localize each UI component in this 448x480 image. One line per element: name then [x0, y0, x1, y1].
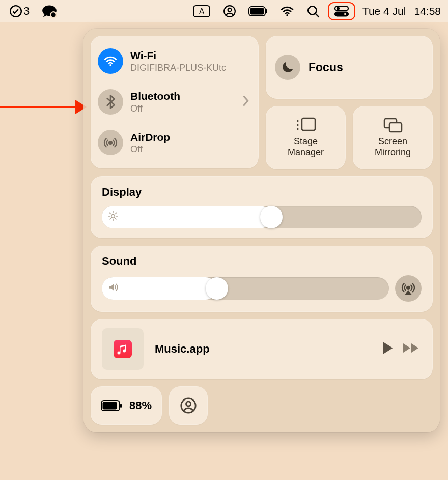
battery-icon [248, 6, 268, 16]
wifi-title: Wi-Fi [130, 49, 226, 62]
screen-mirroring-card[interactable]: ScreenMirroring [353, 106, 433, 169]
chat-menubar-item[interactable] [38, 2, 61, 20]
airdrop-title: AirDrop [130, 130, 170, 144]
sound-title: Sound [102, 255, 422, 268]
svg-point-30 [186, 402, 191, 406]
airplay-audio-icon [401, 281, 415, 296]
stage-manager-icon [295, 117, 317, 133]
bluetooth-item[interactable]: Bluetooth Off [98, 82, 251, 122]
todo-count: 3 [23, 5, 30, 18]
stage-manager-card[interactable]: StageManager [266, 106, 346, 169]
battery-percentage: 88% [129, 399, 152, 412]
speaker-icon [108, 282, 119, 295]
svg-rect-8 [266, 9, 267, 13]
wifi-menubar-item[interactable] [276, 2, 298, 20]
brightness-icon [108, 211, 118, 223]
screen-mirroring-label: ScreenMirroring [375, 136, 411, 158]
svg-point-23 [111, 215, 115, 218]
svg-point-9 [286, 14, 288, 16]
display-card: Display [91, 176, 433, 238]
svg-point-5 [228, 8, 231, 12]
music-title: Music.app [155, 342, 370, 356]
spotlight-menubar-item[interactable] [302, 2, 324, 20]
forward-button[interactable] [402, 342, 422, 356]
annotation-arrow [0, 102, 87, 112]
user-circle-icon [180, 397, 197, 414]
wifi-icon [280, 6, 294, 17]
wifi-icon [98, 48, 123, 74]
svg-rect-27 [103, 402, 117, 410]
display-title: Display [102, 185, 422, 199]
keyboard-input-menubar-item[interactable]: A [188, 2, 215, 20]
sound-card: Sound [91, 246, 433, 312]
fast-user-switch-card[interactable] [169, 386, 208, 425]
todo-menubar-item[interactable]: 3 [5, 2, 34, 20]
svg-point-12 [337, 8, 339, 10]
battery-icon [101, 400, 122, 411]
screen-mirroring-icon [382, 117, 404, 133]
control-center-menubar-item[interactable] [328, 2, 355, 20]
svg-point-15 [109, 64, 111, 66]
svg-rect-17 [302, 118, 315, 130]
svg-rect-7 [250, 8, 264, 15]
speech-bubble-icon [42, 5, 57, 18]
moon-icon [275, 55, 300, 80]
connectivity-card: Wi-Fi DIGIFIBRA-PLUS-KUtc Bluetooth Off [91, 36, 259, 168]
checkmark-circle-icon [9, 5, 22, 18]
svg-rect-13 [335, 12, 348, 16]
bluetooth-icon [98, 89, 123, 115]
play-button[interactable] [381, 341, 394, 357]
wifi-item[interactable]: Wi-Fi DIGIFIBRA-PLUS-KUtc [98, 41, 251, 81]
bluetooth-subtitle: Off [130, 103, 180, 115]
svg-rect-28 [120, 404, 122, 408]
chevron-right-icon [242, 95, 249, 109]
control-center-panel: Wi-Fi DIGIFIBRA-PLUS-KUtc Bluetooth Off [83, 29, 440, 432]
svg-rect-25 [114, 340, 132, 358]
battery-card[interactable]: 88% [91, 386, 162, 425]
bluetooth-title: Bluetooth [130, 90, 180, 103]
keyboard-a-icon: A [192, 5, 211, 18]
control-center-icon [334, 6, 349, 17]
svg-point-14 [344, 13, 346, 15]
svg-text:A: A [199, 7, 204, 16]
focus-label: Focus [309, 61, 343, 74]
stage-manager-label: StageManager [288, 136, 324, 158]
airdrop-icon [98, 130, 123, 155]
user-menubar-item[interactable] [219, 2, 240, 20]
music-artwork [102, 328, 144, 370]
battery-menubar-item[interactable] [244, 2, 272, 20]
svg-rect-22 [389, 123, 402, 132]
menubar: 3 A Tue 4 Jul 14:58 [0, 0, 448, 22]
menubar-date[interactable]: Tue 4 Jul [359, 2, 407, 20]
svg-point-16 [109, 141, 112, 144]
airdrop-item[interactable]: AirDrop Off [98, 123, 251, 163]
search-icon [306, 5, 320, 18]
airdrop-subtitle: Off [130, 144, 170, 155]
music-note-icon [114, 340, 132, 358]
display-slider[interactable] [102, 206, 422, 228]
sound-slider[interactable] [102, 277, 389, 300]
svg-point-24 [407, 286, 410, 289]
user-circle-icon [223, 5, 236, 18]
music-controls [381, 341, 422, 357]
focus-card[interactable]: Focus [266, 36, 433, 99]
wifi-subtitle: DIGIFIBRA-PLUS-KUtc [130, 62, 226, 74]
airplay-audio-button[interactable] [395, 275, 422, 302]
now-playing-card[interactable]: Music.app [91, 319, 433, 379]
svg-point-1 [51, 12, 57, 18]
menubar-time[interactable]: 14:58 [411, 2, 443, 20]
